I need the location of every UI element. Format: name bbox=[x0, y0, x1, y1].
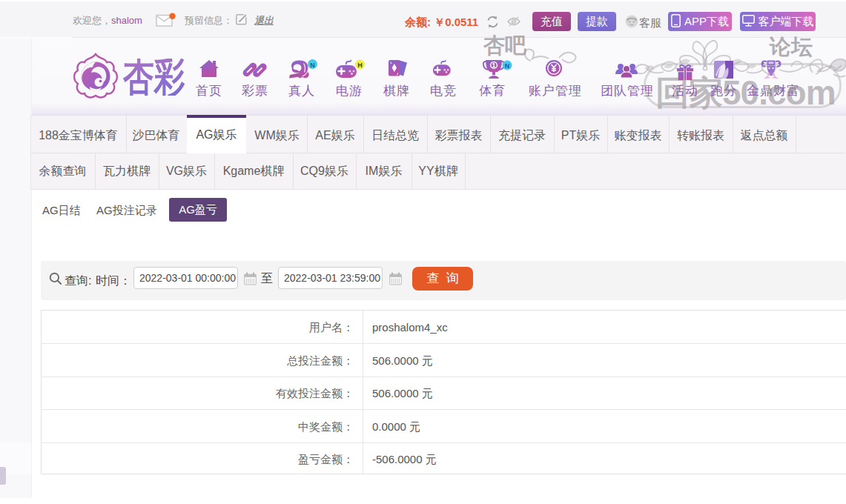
svg-text:N: N bbox=[505, 62, 510, 70]
svg-text:H: H bbox=[357, 62, 363, 69]
svg-text:N: N bbox=[310, 62, 315, 69]
svg-text:1: 1 bbox=[492, 62, 496, 69]
